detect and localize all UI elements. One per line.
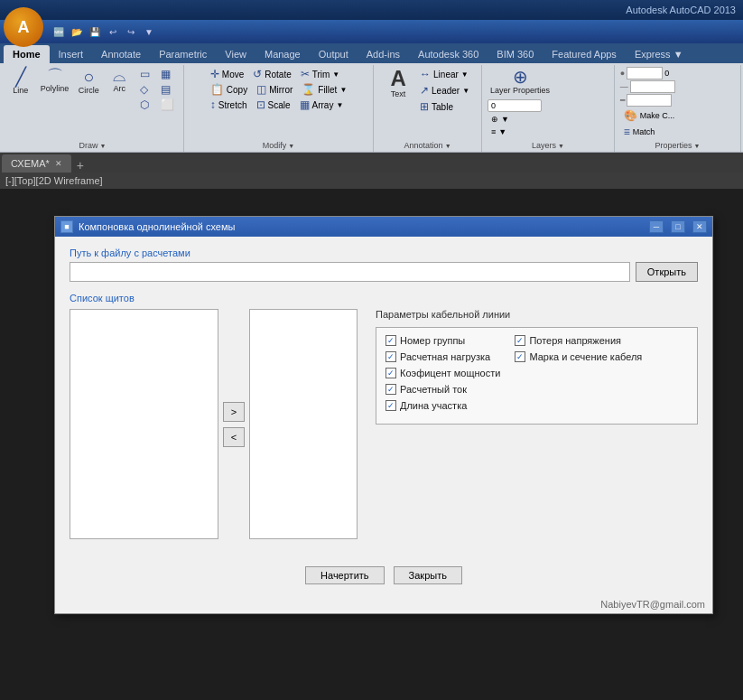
draw-button[interactable]: Начертить (305, 566, 385, 584)
make-current-button[interactable]: 🎨Make C... (620, 108, 679, 123)
dialog-minimize-button[interactable]: ─ (649, 220, 664, 233)
layer-btn2[interactable]: ⊕▼ (488, 114, 608, 125)
tab-insert[interactable]: Insert (50, 45, 93, 63)
layer-properties-button[interactable]: ⊕ Layer Properties (488, 67, 553, 96)
linetype-dropdown[interactable] (630, 80, 675, 93)
param-cable-brand-checkbox[interactable]: ✓ (515, 351, 525, 362)
new-button[interactable]: 🆕 (51, 23, 67, 40)
draw-label-text: Draw (79, 141, 98, 150)
open-button[interactable]: 📂 (69, 23, 85, 40)
stretch-button[interactable]: ↕Stretch (207, 98, 251, 112)
text-button[interactable]: A Text (382, 67, 414, 99)
move-button[interactable]: ✛Move (207, 67, 247, 81)
tab-addins[interactable]: Add-ins (358, 45, 409, 63)
doc-tab-schema[interactable]: СХЕМА* ✕ (2, 154, 71, 173)
modify-label-text: Modify (263, 141, 287, 150)
line-button[interactable]: ╱ Line (7, 67, 34, 112)
arc-button[interactable]: ⌓ Arc (106, 67, 133, 112)
color-dropdown[interactable] (627, 67, 663, 79)
file-path-input[interactable] (70, 262, 630, 282)
diamond-button[interactable]: ◇ (136, 82, 153, 97)
polyline-icon: ⌒ (47, 68, 63, 84)
hatch-icon: ▦ (161, 68, 171, 80)
layers-expand-icon: ▼ (558, 143, 564, 149)
param-power-factor-checkbox[interactable]: ✓ (385, 368, 396, 378)
hex-button[interactable]: ⬡ (136, 98, 153, 112)
ribbon-group-properties: ● 0 — ━ 🎨Make C... ≡Match (615, 65, 741, 152)
match-properties-button[interactable]: ≡Match (620, 125, 679, 139)
polyline-button[interactable]: ⌒ Polyline (38, 67, 72, 112)
move-icon: ✛ (210, 68, 219, 80)
layer-btn3[interactable]: ≡▼ (488, 126, 608, 137)
trim-button[interactable]: ✂Trim▼ (297, 67, 344, 81)
redo-button[interactable]: ↪ (123, 23, 139, 40)
modify-group-label[interactable]: Modify ▼ (263, 139, 294, 152)
open-file-button[interactable]: Открыть (636, 262, 698, 282)
hatch-button[interactable]: ▦ (157, 67, 178, 81)
leader-button[interactable]: ↗Leader▼ (416, 83, 473, 98)
file-path-row: Открыть (70, 262, 698, 282)
array-button[interactable]: ▦Array▼ (296, 98, 348, 112)
tab-express[interactable]: Express ▼ (626, 45, 692, 63)
target-list[interactable] (249, 309, 358, 539)
doc-tab-close-button[interactable]: ✕ (55, 159, 62, 168)
file-path-label: Путь к файлу с расчетами (70, 247, 698, 258)
tab-parametric[interactable]: Parametric (150, 45, 216, 63)
tab-home[interactable]: Home (4, 45, 50, 63)
mirror-icon: ◫ (256, 83, 266, 96)
mirror-button[interactable]: ◫Mirror (253, 82, 296, 97)
diamond-icon: ◇ (140, 83, 148, 96)
lineweight-dropdown[interactable] (627, 94, 672, 107)
qa-dropdown[interactable]: ▼ (141, 23, 157, 40)
param-current-checkbox[interactable]: ✓ (385, 384, 396, 395)
copy-button[interactable]: 📋Copy (207, 82, 251, 97)
annotation-group-label[interactable]: Annotation ▼ (404, 139, 451, 152)
tab-output[interactable]: Output (310, 45, 358, 63)
circle-button[interactable]: ○ Circle (75, 67, 102, 112)
hex-icon: ⬡ (140, 98, 149, 111)
tab-featured[interactable]: Featured Apps (543, 45, 626, 63)
fillet-button[interactable]: ⌛Fillet▼ (298, 82, 350, 97)
param-voltage-loss: ✓ Потеря напряжения (515, 335, 642, 346)
viewport-area[interactable]: ■ Компоновка однолинейной схемы ─ □ ✕ Пу… (0, 189, 743, 700)
copy-icon: 📋 (210, 83, 224, 96)
tab-view[interactable]: View (216, 45, 255, 63)
param-load-checkbox[interactable]: ✓ (385, 351, 396, 362)
source-list[interactable] (70, 309, 218, 539)
scale-button[interactable]: ⊡Scale (253, 98, 294, 112)
param-group-number-checkbox[interactable]: ✓ (385, 335, 396, 346)
properties-label-text: Properties (655, 141, 692, 150)
draw-group-label[interactable]: Draw ▼ (79, 139, 107, 152)
close-dialog-button[interactable]: Закрыть (394, 566, 462, 584)
gradient-button[interactable]: ▤ (157, 82, 178, 97)
tab-a360[interactable]: Autodesk 360 (409, 45, 488, 63)
rectangle-button[interactable]: ▭ (136, 67, 153, 81)
linear-button[interactable]: ↔Linear▼ (416, 67, 473, 81)
tab-bim360[interactable]: BIM 360 (488, 45, 543, 63)
rotate-button[interactable]: ↺Rotate (249, 67, 294, 81)
dialog-close-button[interactable]: ✕ (692, 220, 707, 233)
undo-button[interactable]: ↩ (105, 23, 121, 40)
tab-annotate[interactable]: Annotate (92, 45, 150, 63)
properties-group-label[interactable]: Properties ▼ (655, 139, 700, 152)
move-right-button[interactable]: > (223, 402, 245, 422)
save-button[interactable]: 💾 (87, 23, 103, 40)
layers-group-label[interactable]: Layers ▼ (532, 139, 564, 152)
modify-row2: 📋Copy ◫Mirror ⌛Fillet▼ (207, 82, 351, 97)
layer-control[interactable]: 0 (488, 99, 542, 112)
quick-access-toolbar: 🆕 📂 💾 ↩ ↪ ▼ (47, 23, 157, 40)
app-logo[interactable]: A (4, 7, 43, 47)
boundary-button[interactable]: ⬜ (157, 98, 178, 112)
color-value: 0 (664, 69, 669, 78)
table-button[interactable]: ⊞Table (416, 99, 473, 114)
param-voltage-loss-checkbox[interactable]: ✓ (515, 335, 525, 346)
param-length-checkbox[interactable]: ✓ (385, 400, 396, 411)
layers-label-text: Layers (532, 141, 556, 150)
params-title: Параметры кабельной линии (376, 309, 698, 320)
draw-expand-icon: ▼ (100, 143, 107, 149)
new-tab-button[interactable]: + (71, 158, 89, 173)
dialog-maximize-button[interactable]: □ (671, 220, 685, 233)
table-icon: ⊞ (420, 100, 429, 113)
move-left-button[interactable]: < (223, 427, 245, 447)
tab-manage[interactable]: Manage (255, 45, 310, 63)
